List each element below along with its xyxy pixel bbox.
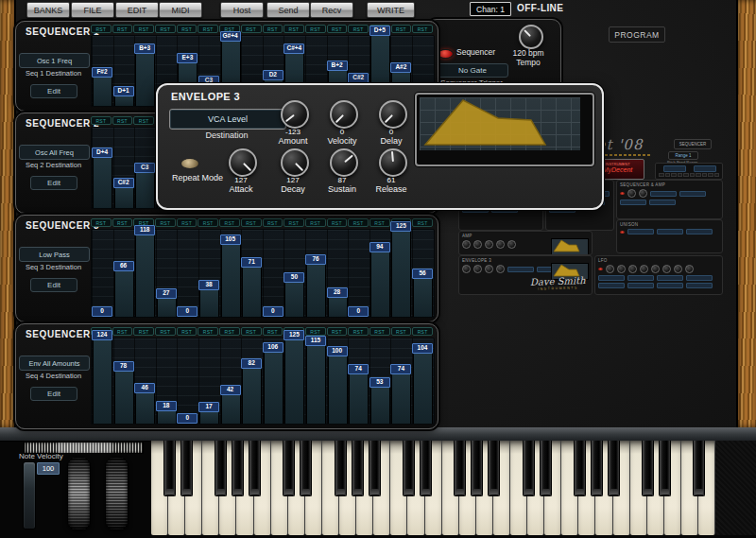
step-2[interactable]: C#2 bbox=[113, 128, 135, 208]
black-key-after-white-19[interactable] bbox=[471, 441, 483, 496]
rst-button[interactable]: RST bbox=[412, 25, 433, 33]
step-13[interactable]: 0 bbox=[348, 230, 369, 317]
step-12[interactable]: 100 bbox=[327, 338, 349, 424]
rst-button[interactable]: RST bbox=[391, 327, 412, 336]
destination-button[interactable]: Low Pass bbox=[19, 247, 90, 262]
rst-button[interactable]: RST bbox=[241, 218, 262, 227]
toolbar-button-edit[interactable]: EDIT bbox=[115, 2, 159, 18]
rst-button[interactable]: RST bbox=[219, 218, 240, 227]
step-bar[interactable] bbox=[242, 368, 262, 425]
step-14[interactable]: 94 bbox=[369, 230, 391, 317]
black-key-after-white-30[interactable] bbox=[659, 441, 671, 496]
rst-button[interactable]: RST bbox=[133, 327, 154, 336]
rst-button[interactable]: RST bbox=[177, 327, 198, 336]
destination-button[interactable]: Osc 1 Freq bbox=[19, 53, 90, 68]
rst-button[interactable]: RST bbox=[112, 116, 133, 125]
step-4[interactable]: 27 bbox=[156, 230, 178, 317]
step-bar[interactable] bbox=[242, 267, 262, 317]
step-3[interactable]: 46 bbox=[134, 338, 156, 424]
step-15[interactable]: 125 bbox=[390, 230, 412, 317]
rst-button[interactable]: RST bbox=[219, 327, 240, 336]
black-key-after-white-11[interactable] bbox=[335, 441, 347, 496]
rst-button[interactable]: RST bbox=[91, 116, 112, 125]
step-11[interactable]: 115 bbox=[305, 338, 327, 424]
edit-button[interactable]: Edit bbox=[30, 278, 77, 292]
amount-knob[interactable] bbox=[281, 100, 309, 129]
step-bar[interactable] bbox=[157, 298, 177, 317]
rst-button[interactable]: RST bbox=[369, 218, 390, 227]
step-1[interactable]: F#2 bbox=[92, 36, 113, 106]
step-1[interactable]: 124 bbox=[92, 338, 113, 424]
midi-channel-indicator[interactable]: Chan: 1 bbox=[470, 2, 511, 16]
rst-button[interactable]: RST bbox=[327, 25, 348, 33]
step-bar[interactable] bbox=[413, 353, 433, 424]
step-bar[interactable] bbox=[135, 53, 155, 106]
rst-button[interactable]: RST bbox=[241, 25, 262, 33]
black-key-after-white-26[interactable] bbox=[591, 441, 603, 496]
sequencer-led[interactable] bbox=[438, 49, 454, 59]
step-bar[interactable] bbox=[114, 95, 134, 106]
rst-button[interactable]: RST bbox=[112, 218, 133, 227]
step-bar[interactable] bbox=[221, 244, 241, 317]
step-13[interactable]: 74 bbox=[348, 338, 369, 424]
decay-knob[interactable] bbox=[281, 148, 309, 177]
black-key-after-white-22[interactable] bbox=[523, 441, 535, 496]
toolbar-button-write[interactable]: WRITE bbox=[367, 2, 415, 18]
step-10[interactable]: 125 bbox=[284, 338, 305, 424]
step-16[interactable]: 104 bbox=[412, 338, 434, 424]
black-key-after-white-4[interactable] bbox=[215, 441, 227, 496]
mod-wheel[interactable] bbox=[105, 457, 129, 530]
step-9[interactable]: 106 bbox=[263, 338, 284, 424]
rst-button[interactable]: RST bbox=[133, 25, 154, 33]
edit-button[interactable]: Edit bbox=[30, 176, 77, 190]
black-key-after-white-6[interactable] bbox=[249, 441, 261, 496]
rst-button[interactable]: RST bbox=[112, 327, 133, 336]
step-bar[interactable] bbox=[93, 77, 112, 106]
black-key-after-white-15[interactable] bbox=[403, 441, 415, 496]
rst-button[interactable]: RST bbox=[369, 327, 390, 336]
black-key-after-white-2[interactable] bbox=[180, 441, 193, 496]
rst-button[interactable]: RST bbox=[412, 327, 433, 336]
step-12[interactable]: 28 bbox=[327, 230, 349, 317]
step-5[interactable]: 0 bbox=[177, 230, 198, 317]
rst-button[interactable]: RST bbox=[241, 327, 262, 336]
black-key-after-white-29[interactable] bbox=[642, 441, 654, 496]
step-7[interactable]: 105 bbox=[220, 230, 242, 317]
note-velocity-slider[interactable] bbox=[23, 461, 36, 529]
step-11[interactable]: 76 bbox=[305, 230, 327, 317]
edit-button[interactable]: Edit bbox=[30, 84, 77, 98]
black-key-after-white-9[interactable] bbox=[300, 441, 312, 496]
velocity-knob[interactable] bbox=[330, 100, 358, 129]
rst-button[interactable]: RST bbox=[284, 25, 304, 33]
black-key-after-white-27[interactable] bbox=[608, 441, 620, 496]
black-key-after-white-32[interactable] bbox=[693, 441, 705, 496]
rst-button[interactable]: RST bbox=[263, 25, 284, 33]
edit-button[interactable]: Edit bbox=[30, 387, 77, 401]
step-bar[interactable] bbox=[135, 234, 155, 317]
step-bar[interactable] bbox=[114, 187, 134, 208]
step-bar[interactable] bbox=[114, 371, 134, 424]
toolbar-button-send[interactable]: Send bbox=[266, 2, 310, 18]
step-4[interactable]: 18 bbox=[156, 338, 178, 424]
step-bar[interactable] bbox=[391, 373, 411, 424]
step-bar[interactable] bbox=[264, 352, 284, 424]
release-knob[interactable] bbox=[379, 148, 407, 177]
step-bar[interactable] bbox=[370, 387, 390, 424]
rst-button[interactable]: RST bbox=[177, 218, 198, 227]
rst-button[interactable]: RST bbox=[91, 218, 112, 227]
destination-button[interactable]: Env All Amounts bbox=[19, 356, 90, 371]
step-bar[interactable] bbox=[199, 411, 219, 424]
black-key-after-white-1[interactable] bbox=[163, 441, 176, 496]
rst-button[interactable]: RST bbox=[305, 218, 326, 227]
step-bar[interactable] bbox=[93, 157, 112, 208]
step-bar[interactable] bbox=[221, 394, 241, 424]
rst-button[interactable]: RST bbox=[198, 327, 218, 336]
rst-button[interactable]: RST bbox=[155, 218, 176, 227]
envelope-destination-button[interactable]: VCA Level bbox=[169, 109, 286, 130]
step-bar[interactable] bbox=[284, 339, 304, 424]
rst-button[interactable]: RST bbox=[263, 218, 284, 227]
rst-button[interactable]: RST bbox=[112, 25, 133, 33]
black-key-after-white-16[interactable] bbox=[420, 441, 432, 496]
rst-button[interactable]: RST bbox=[327, 218, 348, 227]
gate-mode-button[interactable]: No Gate bbox=[437, 63, 508, 78]
